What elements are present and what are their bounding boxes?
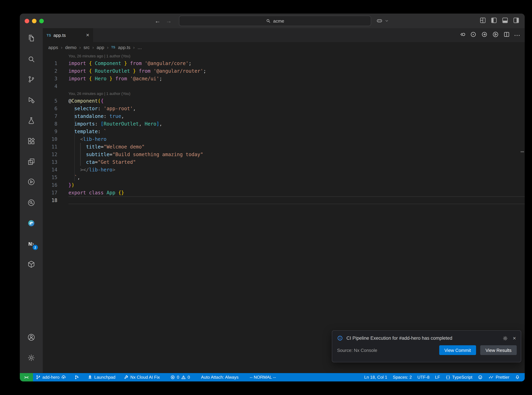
notification-settings-gear-icon[interactable] — [502, 335, 508, 341]
gitlens-graph-item[interactable] — [72, 373, 82, 381]
language-mode-item[interactable]: {} TypeScript — [443, 373, 475, 381]
view-commit-button[interactable]: View Commit — [439, 345, 476, 355]
toggle-secondary-sidebar-icon[interactable] — [513, 16, 520, 25]
code-line-10[interactable]: 10 <lib-hero — [43, 135, 525, 143]
overview-ruler-marker — [521, 151, 524, 152]
desktop: ← → acme N2 TS app.ts — [0, 0, 532, 395]
cursor-position-item[interactable]: Ln 18, Col 1 — [361, 373, 390, 381]
toggle-panel-icon[interactable] — [501, 16, 509, 25]
warning-icon — [181, 375, 186, 380]
settings-gear-icon[interactable] — [27, 354, 35, 362]
notification-toast: CI Pipeline Execution for #add-hero has … — [332, 330, 521, 362]
minimize-window-button[interactable] — [32, 19, 37, 23]
breadcrumb-app[interactable]: app — [97, 45, 104, 50]
close-tab-icon[interactable]: × — [86, 32, 89, 38]
more-actions-icon[interactable]: ··· — [514, 32, 521, 38]
chevron-down-icon — [385, 19, 389, 23]
code-line-4[interactable]: 4 — [43, 82, 525, 90]
breadcrumb-file[interactable]: app.ts — [118, 45, 130, 50]
activity-bar: N2 — [20, 28, 43, 373]
zoom-window-button[interactable] — [39, 19, 44, 23]
auto-attach-item[interactable]: Auto Attach: Always — [198, 373, 241, 381]
launchpad-item[interactable]: Launchpad — [85, 373, 118, 381]
nx-cloud-fix-label: Nx Cloud AI Fix — [130, 375, 160, 380]
breadcrumb-separator-icon: › — [92, 45, 94, 50]
go-to-file-icon[interactable] — [481, 31, 488, 39]
run-tasks-icon[interactable] — [27, 178, 35, 186]
code-line-13[interactable]: 13 cta="Get Started" — [43, 158, 525, 166]
back-icon[interactable]: ← — [155, 18, 161, 24]
extensions-icon[interactable] — [27, 137, 35, 145]
code-line-14[interactable]: 14 ></lib-hero> — [43, 166, 525, 174]
copilot-menu[interactable] — [376, 14, 389, 28]
nx-console-icon[interactable]: N2 — [27, 240, 35, 248]
nx-cloud-fix-item[interactable]: Nx Cloud AI Fix — [121, 373, 163, 381]
problems-item[interactable]: 0 0 — [167, 373, 193, 381]
run-file-icon[interactable] — [492, 31, 499, 39]
code-line-11[interactable]: 11 title="Welcmoe demo" — [43, 143, 525, 151]
open-changes-icon[interactable] — [459, 31, 466, 39]
split-editor-icon[interactable] — [503, 31, 510, 39]
vim-mode-item[interactable]: -- NORMAL -- — [247, 373, 279, 381]
run-debug-icon[interactable] — [27, 96, 35, 104]
nx-badge: 2 — [33, 245, 38, 250]
edge-tools-icon[interactable] — [27, 219, 35, 227]
indentation-item[interactable]: Spaces: 2 — [390, 373, 414, 381]
code-line-8[interactable]: 8 imports: [RouterOutlet, Hero], — [43, 120, 525, 128]
code-line-17[interactable]: 17export class App {} — [43, 189, 525, 197]
branch-item[interactable]: add-hero — [33, 373, 69, 381]
layout-controls — [479, 14, 520, 28]
code-line-15[interactable]: 15 `, — [43, 174, 525, 181]
git-blame-annotation: You, 26 minutes ago | 1 author (You) — [43, 90, 525, 97]
explorer-icon[interactable] — [27, 34, 35, 42]
breadcrumb-demo[interactable]: demo — [65, 45, 76, 50]
cloud-upload-icon — [61, 375, 66, 380]
typescript-file-icon: TS — [111, 46, 115, 49]
breadcrumb-separator-icon: › — [107, 45, 109, 50]
customize-layout-icon[interactable] — [479, 16, 486, 25]
code-line-5[interactable]: 5@Component({ — [43, 97, 525, 105]
code-line-12[interactable]: 12 subtitle="Build something amazing tod… — [43, 151, 525, 158]
containers-icon[interactable] — [27, 260, 35, 269]
notifications-bell-item[interactable] — [512, 373, 523, 381]
forward-icon[interactable]: → — [166, 18, 172, 24]
info-icon — [337, 335, 343, 341]
command-center-search[interactable]: acme — [179, 16, 371, 26]
git-branch-icon — [36, 375, 41, 380]
eol-item[interactable]: LF — [432, 373, 443, 381]
error-icon — [170, 375, 175, 380]
breadcrumb-src[interactable]: src — [84, 45, 90, 50]
status-bar-right: Ln 18, Col 1 Spaces: 2 UTF-8 LF {} TypeS… — [361, 373, 525, 381]
notification-close-icon[interactable]: × — [513, 335, 516, 341]
search-icon[interactable] — [27, 55, 35, 63]
breadcrumb-separator-icon: › — [61, 45, 62, 50]
remote-indicator[interactable]: >< — [20, 373, 33, 381]
code-line-16[interactable]: 16}) — [43, 181, 525, 189]
remote-explorer-icon[interactable] — [27, 158, 35, 166]
indent-guide — [74, 105, 75, 181]
editor-actions: ··· — [459, 28, 521, 42]
toggle-primary-sidebar-icon[interactable] — [490, 16, 498, 25]
testing-icon[interactable] — [27, 116, 35, 125]
tab-app-ts[interactable]: TS app.ts × — [43, 28, 93, 42]
source-control-icon[interactable] — [27, 75, 35, 83]
gitlens-graph-icon[interactable] — [470, 31, 477, 39]
accounts-icon[interactable] — [27, 333, 35, 341]
view-results-button[interactable]: View Results — [480, 345, 517, 355]
code-line-7[interactable]: 7 standalone: true, — [43, 112, 525, 120]
code-line-2[interactable]: 2import { RouterOutlet } from '@angular/… — [43, 67, 525, 75]
code-line-1[interactable]: 1import { Component } from '@angular/cor… — [43, 60, 525, 67]
breadcrumb-apps[interactable]: apps — [48, 45, 58, 50]
code-line-18[interactable]: 18 — [43, 197, 525, 204]
encoding-item[interactable]: UTF-8 — [414, 373, 432, 381]
code-line-9[interactable]: 9 template: ` — [43, 128, 525, 135]
code-line-6[interactable]: 6 selector: 'app-root', — [43, 105, 525, 112]
feedback-item[interactable] — [475, 373, 486, 381]
breadcrumb-symbol-overflow[interactable]: … — [137, 45, 142, 50]
code-line-3[interactable]: 3import { Hero } from '@acme/ui'; — [43, 75, 525, 82]
code-search-icon[interactable] — [27, 198, 35, 207]
editor[interactable]: You, 26 minutes ago | 1 author (You)1imp… — [43, 53, 525, 373]
error-count: 0 — [177, 375, 179, 380]
close-window-button[interactable] — [25, 19, 29, 23]
formatter-item[interactable]: ✓✓ Prettier — [486, 373, 512, 381]
